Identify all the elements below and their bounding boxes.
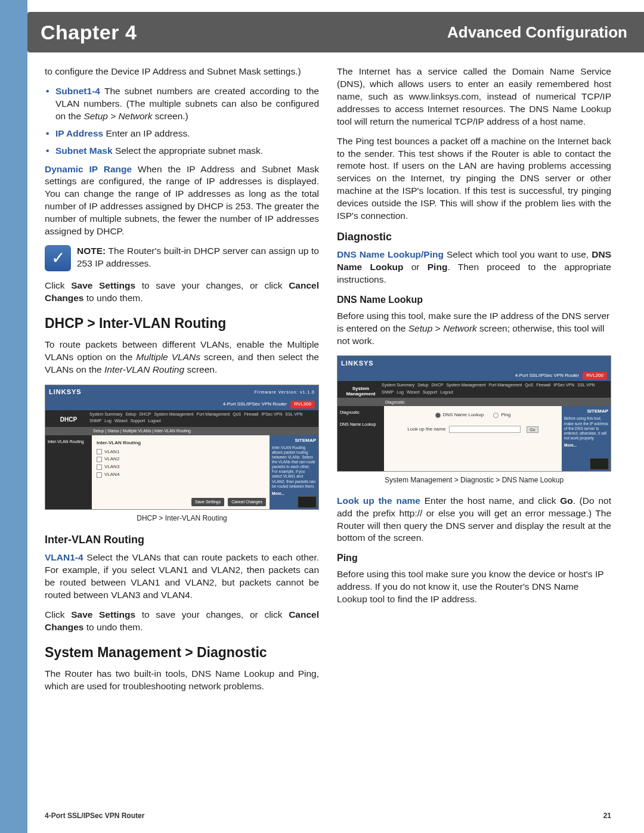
fig-helpcol: SITEMAP Before using this tool, make sur…: [562, 406, 611, 471]
para: Look up the name Enter the host name, an…: [337, 495, 611, 545]
page-content: to configure the Device IP Address and S…: [45, 66, 611, 803]
figure-caption: DHCP > Inter-VLAN Routing: [45, 513, 319, 523]
fig-model-text: 4-Port SSL/IPSec VPN Router: [515, 373, 580, 379]
fig-brand: LINKSYS: [341, 359, 374, 368]
footer-page-number: 21: [603, 812, 611, 820]
heading-diagnostic-sub: Diagnostic: [337, 230, 611, 244]
fig-subnav: Diagnostic: [338, 398, 611, 406]
fig-model-pill: RVL200: [290, 401, 315, 408]
figure-caption: System Management > Diagnostic > DNS Nam…: [337, 475, 611, 485]
para: Before using this tool, make sure the IP…: [337, 310, 611, 348]
fig-center: Inter-VLAN Routing VLAN1 VLAN2 VLAN3 VLA…: [92, 435, 270, 509]
chapter-title: Chapter 4: [41, 21, 137, 44]
para: Click Save Settings to save your changes…: [45, 609, 319, 634]
figure-dns-lookup: LINKSYS 4-Port SSL/IPSec VPN Router RVL2…: [337, 355, 611, 472]
note-text: NOTE: The Router's built-in DHCP server …: [77, 245, 319, 270]
para: VLAN1-4 Select the VLANs that can route …: [45, 552, 319, 602]
fig-main-tab: DHCP: [48, 412, 89, 424]
para: The Internet has a service called the Do…: [337, 66, 611, 128]
bullet-item: Subnet Mask Select the appropriate subne…: [45, 145, 319, 157]
fig-leftnav: Diagnostic DNS Name Lookup: [338, 406, 384, 471]
bullet-item: IP Address Enter an IP address.: [45, 128, 319, 140]
footer-product: 4-Port SSL/IPSec VPN Router: [45, 812, 144, 820]
para: Click Save Settings to save your changes…: [45, 280, 319, 305]
bullet-list: Subnet1-4 The subnet numbers are created…: [45, 85, 319, 157]
page-header: Chapter 4 Advanced Configuration: [27, 12, 644, 52]
heading-diagnostic: System Management > Diagnostic: [45, 643, 319, 662]
fig-fw: Firmware Version: v1.1.0: [255, 389, 315, 395]
cisco-logo-icon: [298, 496, 317, 508]
fig-brand: LINKSYS: [49, 388, 82, 397]
heading-intervlan: Inter-VLAN Routing: [45, 532, 319, 547]
fig-subnav: Setup | Status | Multiple VLANs | Inter-…: [45, 427, 318, 435]
section-title: Advanced Configuration: [447, 23, 627, 42]
para: Dynamic IP Range When the IP Address and…: [45, 163, 319, 239]
para: To route packets between different VLANs…: [45, 339, 319, 376]
fig-tabrow: System Summary Setup DHCP System Managem…: [89, 412, 316, 424]
para: DNS Name Lookup/Ping Select which tool y…: [337, 249, 611, 286]
fig-model-text: 4-Port SSL/IPSec VPN Router: [223, 401, 287, 408]
para: The Ping test bounces a packet off a mac…: [337, 135, 611, 222]
fig-tabrow: System Summary Setup DHCP System Managem…: [382, 383, 608, 395]
para: Before using this tool make sure you kno…: [337, 568, 611, 606]
heading-dhcp-intervlan: DHCP > Inter-VLAN Routing: [45, 314, 319, 333]
heading-dns-lookup: DNS Name Lookup: [337, 293, 611, 306]
fig-leftnav: Inter-VLAN Routing: [45, 435, 92, 509]
figure-intervlan: LINKSYS Firmware Version: v1.1.0 4-Port …: [45, 385, 319, 510]
fig-go-button: Go: [527, 426, 538, 433]
bullet-item: Subnet1-4 The subnet numbers are created…: [45, 85, 319, 123]
cisco-logo-icon: [590, 458, 609, 470]
para: The Router has two built-in tools, DNS N…: [45, 668, 319, 693]
heading-ping: Ping: [337, 552, 611, 565]
checkmark-icon: ✓: [45, 245, 71, 271]
fig-dns-input: [449, 426, 521, 433]
fig-model-pill: RVL200: [583, 372, 607, 380]
note-block: ✓ NOTE: The Router's built-in DHCP serve…: [45, 245, 319, 271]
left-stripe: [0, 0, 27, 833]
para: to configure the Device IP Address and S…: [45, 66, 319, 78]
page-footer: 4-Port SSL/IPSec VPN Router 21: [45, 812, 611, 820]
fig-helpcol: SITEMAP Inter-VLAN Routing allows packet…: [270, 435, 318, 509]
fig-center: DNS Name Lookup Ping Look up the name Go: [384, 406, 562, 471]
fig-main-tab: System Management: [340, 383, 382, 397]
